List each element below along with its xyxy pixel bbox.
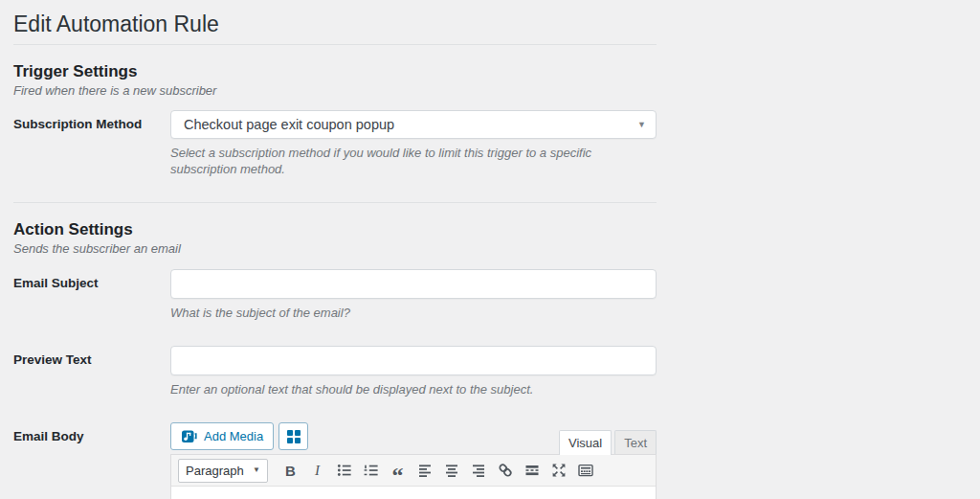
divider — [13, 202, 657, 203]
italic-icon: I — [315, 463, 320, 479]
divider — [13, 44, 657, 45]
italic-button[interactable]: I — [304, 459, 330, 483]
trigger-settings-description: Fired when there is a new subscriber — [13, 83, 657, 99]
bold-button[interactable]: B — [278, 459, 303, 483]
editor-tabs: Visual Text — [559, 430, 657, 454]
preview-text-label: Preview Text — [13, 346, 170, 397]
insert-read-more-button[interactable] — [519, 459, 545, 483]
media-buttons: Add Media — [170, 422, 308, 450]
shortcode-grid-button[interactable] — [278, 422, 308, 450]
add-media-button-label: Add Media — [204, 429, 263, 443]
add-media-icon — [181, 428, 198, 445]
action-settings-description: Sends the subscriber an email — [13, 241, 657, 257]
chevron-down-icon: ▼ — [637, 121, 646, 129]
numbered-list-icon — [363, 462, 380, 479]
email-body-row: Email Body Ad — [13, 422, 657, 499]
editor-toolbar: Paragraph ▼ B I — [171, 455, 656, 487]
tab-text[interactable]: Text — [614, 430, 657, 454]
action-settings-heading: Action Settings — [13, 219, 657, 239]
email-body-label: Email Body — [13, 422, 170, 499]
toolbar-toggle-button[interactable] — [572, 459, 598, 483]
preview-text-help: Enter an optional text that should be di… — [170, 382, 657, 397]
add-media-button[interactable]: Add Media — [170, 422, 274, 450]
align-left-button[interactable] — [412, 459, 437, 483]
preview-text-field-wrap: Enter an optional text that should be di… — [170, 346, 657, 397]
blockquote-icon: “ — [392, 460, 404, 481]
align-center-button[interactable] — [438, 459, 464, 483]
email-subject-input[interactable] — [170, 269, 657, 299]
align-center-icon — [443, 462, 460, 479]
subscription-method-select[interactable]: Checkout page exit coupon popup ▼ — [170, 110, 657, 139]
page-title: Edit Automation Rule — [13, 0, 657, 44]
align-right-button[interactable] — [465, 459, 491, 483]
bulleted-list-button[interactable] — [331, 459, 357, 483]
email-subject-field-wrap: What is the subject of the email? — [170, 269, 657, 321]
trigger-settings-heading: Trigger Settings — [13, 61, 657, 81]
chevron-down-icon: ▼ — [253, 466, 260, 474]
paragraph-format-label: Paragraph — [186, 464, 244, 478]
link-button[interactable] — [492, 459, 518, 483]
blockquote-button[interactable]: “ — [385, 459, 411, 483]
edit-automation-rule-page: Edit Automation Rule Trigger Settings Fi… — [0, 0, 657, 499]
toolbar-toggle-icon — [577, 462, 594, 479]
subscription-method-field: Checkout page exit coupon popup ▼ Select… — [170, 110, 657, 177]
insert-read-more-icon — [523, 462, 541, 479]
fullscreen-button[interactable] — [546, 459, 571, 483]
preview-text-row: Preview Text Enter an optional text that… — [13, 346, 657, 397]
bold-icon: B — [285, 463, 296, 479]
email-body-editor: Add Media Visual Text Paragrap — [170, 422, 657, 499]
subscription-method-selected-value: Checkout page exit coupon popup — [184, 117, 394, 132]
subscription-method-help: Select a subscription method if you woul… — [170, 146, 657, 177]
paragraph-format-dropdown[interactable]: Paragraph ▼ — [178, 459, 268, 483]
align-right-icon — [470, 462, 487, 479]
action-settings-section: Action Settings Sends the subscriber an … — [13, 219, 657, 499]
editor-header: Add Media Visual Text — [170, 422, 657, 454]
link-icon — [497, 462, 514, 479]
email-body-content-area[interactable] — [171, 487, 656, 499]
grid-icon — [287, 430, 301, 443]
tab-visual[interactable]: Visual — [559, 430, 612, 455]
align-left-icon — [416, 462, 434, 479]
editor-box: Paragraph ▼ B I — [170, 454, 657, 499]
preview-text-input[interactable] — [170, 346, 657, 375]
numbered-list-button[interactable] — [358, 459, 384, 483]
bulleted-list-icon — [336, 462, 353, 479]
email-subject-label: Email Subject — [13, 269, 170, 321]
trigger-settings-section: Trigger Settings Fired when there is a n… — [13, 61, 657, 202]
email-subject-row: Email Subject What is the subject of the… — [13, 269, 657, 321]
fullscreen-icon — [550, 462, 568, 479]
email-subject-help: What is the subject of the email? — [170, 306, 657, 321]
subscription-method-label: Subscription Method — [13, 110, 170, 177]
subscription-method-row: Subscription Method Checkout page exit c… — [13, 110, 657, 177]
